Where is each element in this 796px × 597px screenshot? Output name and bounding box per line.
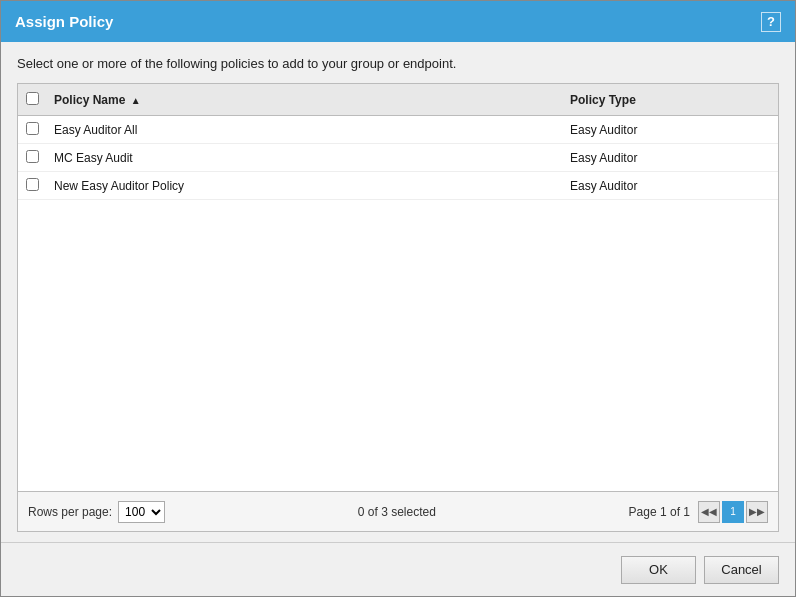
rows-per-page-label: Rows per page: xyxy=(28,505,112,519)
assign-policy-dialog: Assign Policy ? Select one or more of th… xyxy=(0,0,796,597)
sort-asc-icon: ▲ xyxy=(131,95,141,106)
table-row: New Easy Auditor Policy Easy Auditor xyxy=(18,172,778,200)
dialog-title: Assign Policy xyxy=(15,13,113,30)
help-button[interactable]: ? xyxy=(761,12,781,32)
dialog-footer: OK Cancel xyxy=(1,542,795,596)
help-icon: ? xyxy=(767,14,775,29)
title-bar: Assign Policy ? xyxy=(1,1,795,42)
pagination: Page 1 of 1 ◀◀ 1 ▶▶ xyxy=(629,501,768,523)
cancel-button[interactable]: Cancel xyxy=(704,556,779,584)
first-page-button[interactable]: ◀◀ xyxy=(698,501,720,523)
last-page-button[interactable]: ▶▶ xyxy=(746,501,768,523)
row-policy-type-2: Easy Auditor xyxy=(570,151,770,165)
row-policy-name-2: MC Easy Audit xyxy=(54,151,570,165)
dialog-body: Select one or more of the following poli… xyxy=(1,42,795,542)
row-checkbox-2[interactable] xyxy=(26,150,54,166)
selection-info: 0 of 3 selected xyxy=(165,505,629,519)
rows-per-page-control: Rows per page: 100 25 50 200 xyxy=(28,501,165,523)
table-body: Easy Auditor All Easy Auditor MC Easy Au… xyxy=(18,116,778,491)
policy-table: Policy Name ▲ Policy Type Easy Auditor A… xyxy=(17,83,779,532)
rows-per-page-select[interactable]: 100 25 50 200 xyxy=(118,501,165,523)
row-policy-type-1: Easy Auditor xyxy=(570,123,770,137)
row-checkbox-input-3[interactable] xyxy=(26,178,39,191)
ok-button[interactable]: OK xyxy=(621,556,696,584)
row-checkbox-3[interactable] xyxy=(26,178,54,194)
row-policy-name-1: Easy Auditor All xyxy=(54,123,570,137)
page-info: Page 1 of 1 xyxy=(629,505,690,519)
column-header-type: Policy Type xyxy=(570,93,770,107)
select-all-checkbox[interactable] xyxy=(26,92,54,108)
table-row: Easy Auditor All Easy Auditor xyxy=(18,116,778,144)
select-all-input[interactable] xyxy=(26,92,39,105)
row-policy-type-3: Easy Auditor xyxy=(570,179,770,193)
table-row: MC Easy Audit Easy Auditor xyxy=(18,144,778,172)
table-header: Policy Name ▲ Policy Type xyxy=(18,84,778,116)
page-1-button[interactable]: 1 xyxy=(722,501,744,523)
table-footer: Rows per page: 100 25 50 200 0 of 3 sele… xyxy=(18,491,778,531)
row-checkbox-1[interactable] xyxy=(26,122,54,138)
row-policy-name-3: New Easy Auditor Policy xyxy=(54,179,570,193)
column-header-name: Policy Name ▲ xyxy=(54,93,570,107)
instruction-text: Select one or more of the following poli… xyxy=(17,56,779,71)
row-checkbox-input-1[interactable] xyxy=(26,122,39,135)
row-checkbox-input-2[interactable] xyxy=(26,150,39,163)
